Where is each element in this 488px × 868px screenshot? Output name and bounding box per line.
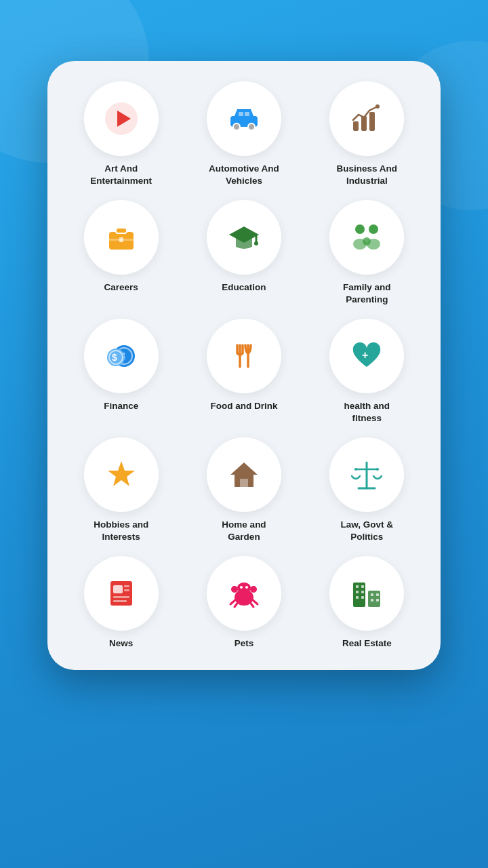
svg-point-19 bbox=[369, 224, 378, 234]
svg-point-21 bbox=[353, 239, 367, 250]
svg-rect-58 bbox=[368, 591, 380, 607]
category-label-automotive-vehicles: Automotive And Vehicles bbox=[209, 163, 279, 186]
category-icon-family-parenting bbox=[329, 200, 404, 275]
svg-rect-43 bbox=[113, 600, 127, 602]
svg-point-17 bbox=[254, 241, 258, 245]
svg-line-53 bbox=[230, 599, 236, 604]
category-label-hobbies-interests: Hobbies and Interests bbox=[94, 519, 148, 542]
category-icon-automotive-vehicles bbox=[207, 81, 281, 156]
svg-rect-34 bbox=[240, 479, 248, 487]
svg-text:+: + bbox=[362, 349, 368, 361]
category-icon-news bbox=[84, 556, 159, 631]
category-icon-food-drink bbox=[207, 319, 281, 393]
svg-rect-66 bbox=[376, 593, 379, 596]
svg-point-51 bbox=[245, 586, 248, 589]
svg-rect-14 bbox=[119, 237, 123, 242]
category-item-food-drink[interactable]: Food and Drink bbox=[189, 319, 298, 424]
svg-rect-67 bbox=[371, 599, 373, 601]
category-label-careers: Careers bbox=[104, 281, 138, 294]
svg-rect-5 bbox=[239, 112, 243, 116]
svg-rect-44 bbox=[124, 585, 129, 587]
category-item-law-politics[interactable]: Law, Govt & Politics bbox=[312, 437, 422, 542]
svg-point-4 bbox=[248, 123, 255, 130]
category-item-education[interactable]: Education bbox=[189, 200, 298, 305]
category-label-education: Education bbox=[222, 281, 266, 294]
category-icon-finance: $ $ bbox=[84, 319, 159, 393]
categories-grid: Art And Entertainment Automotive And Veh… bbox=[66, 81, 422, 650]
category-label-business-industrial: Business And Industrial bbox=[337, 163, 398, 186]
category-icon-business-industrial bbox=[329, 81, 404, 156]
category-item-news[interactable]: News bbox=[66, 556, 176, 650]
category-label-law-politics: Law, Govt & Politics bbox=[341, 519, 394, 542]
category-item-pets[interactable]: Pets bbox=[189, 556, 298, 650]
category-item-finance[interactable]: $ $ Finance bbox=[66, 319, 176, 424]
category-icon-pets bbox=[207, 556, 281, 631]
svg-marker-32 bbox=[108, 461, 135, 486]
category-label-pets: Pets bbox=[235, 637, 254, 650]
category-label-news: News bbox=[109, 637, 133, 650]
svg-rect-62 bbox=[361, 591, 364, 593]
svg-point-10 bbox=[375, 104, 380, 108]
svg-rect-65 bbox=[371, 593, 373, 596]
category-icon-law-politics bbox=[329, 437, 404, 512]
svg-rect-7 bbox=[353, 121, 359, 131]
svg-rect-61 bbox=[356, 591, 359, 593]
svg-point-39 bbox=[376, 468, 379, 471]
svg-text:$: $ bbox=[112, 352, 117, 363]
category-item-family-parenting[interactable]: Family and Parenting bbox=[312, 200, 422, 305]
svg-point-18 bbox=[355, 224, 365, 234]
svg-point-48 bbox=[250, 586, 257, 593]
category-icon-education bbox=[207, 200, 281, 275]
svg-rect-68 bbox=[376, 599, 379, 601]
svg-rect-12 bbox=[116, 228, 127, 233]
svg-rect-41 bbox=[113, 585, 123, 593]
category-item-real-estate[interactable]: Real Estate bbox=[312, 556, 422, 650]
category-label-art-entertainment: Art And Entertainment bbox=[90, 163, 152, 186]
category-item-home-garden[interactable]: Home and Garden bbox=[189, 437, 298, 542]
svg-line-56 bbox=[252, 599, 258, 604]
category-icon-health-fitness: + bbox=[329, 319, 404, 393]
svg-rect-45 bbox=[124, 589, 129, 591]
category-item-health-fitness[interactable]: + health and fitness bbox=[312, 319, 422, 424]
svg-rect-64 bbox=[361, 596, 364, 599]
svg-point-52 bbox=[241, 589, 247, 592]
svg-point-47 bbox=[231, 586, 238, 593]
category-label-family-parenting: Family and Parenting bbox=[343, 281, 391, 305]
category-item-art-entertainment[interactable]: Art And Entertainment bbox=[66, 81, 176, 186]
svg-point-3 bbox=[233, 123, 240, 130]
category-item-business-industrial[interactable]: Business And Industrial bbox=[312, 81, 422, 186]
category-label-finance: Finance bbox=[104, 400, 138, 412]
category-icon-hobbies-interests bbox=[84, 437, 159, 512]
category-label-real-estate: Real Estate bbox=[342, 637, 392, 650]
svg-rect-42 bbox=[113, 596, 129, 598]
svg-rect-60 bbox=[361, 585, 364, 588]
svg-rect-59 bbox=[356, 585, 359, 588]
category-icon-real-estate bbox=[329, 556, 404, 631]
category-icon-art-entertainment bbox=[84, 81, 159, 156]
category-item-careers[interactable]: Careers bbox=[66, 200, 176, 305]
svg-point-22 bbox=[367, 239, 380, 250]
svg-rect-6 bbox=[245, 112, 249, 116]
phone-frame: Art And Entertainment Automotive And Veh… bbox=[47, 61, 441, 670]
category-icon-careers bbox=[84, 200, 159, 275]
svg-point-50 bbox=[240, 586, 243, 589]
svg-rect-9 bbox=[369, 112, 375, 131]
category-item-hobbies-interests[interactable]: Hobbies and Interests bbox=[66, 437, 176, 542]
category-item-automotive-vehicles[interactable]: Automotive And Vehicles bbox=[189, 81, 298, 186]
category-icon-home-garden bbox=[207, 437, 281, 512]
category-label-home-garden: Home and Garden bbox=[222, 519, 266, 542]
svg-rect-63 bbox=[356, 596, 359, 599]
category-label-food-drink: Food and Drink bbox=[210, 400, 277, 412]
svg-point-38 bbox=[354, 468, 357, 471]
category-label-health-fitness: health and fitness bbox=[344, 400, 390, 424]
